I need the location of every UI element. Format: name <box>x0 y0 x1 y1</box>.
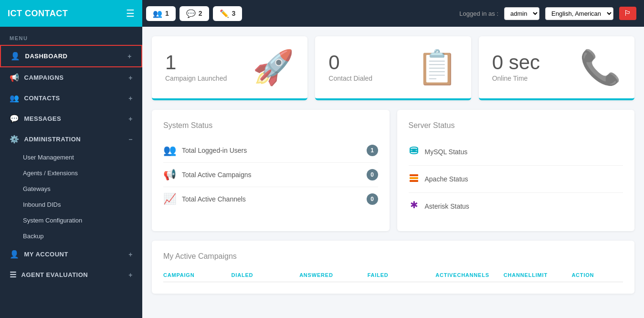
header-right: Logged in as : admin English, American 🏳 <box>459 7 636 20</box>
top-header: ICT CONTACT ☰ 👥 1 💬 2 ✏️ 3 Logged in as … <box>0 0 644 27</box>
brand-title: ICT CONTACT <box>8 9 68 19</box>
stat-text-online: 0 sec Online Time <box>492 53 540 82</box>
channels-status-icon: 📈 <box>163 193 176 205</box>
tab-button-2[interactable]: 💬 2 <box>179 6 209 21</box>
flag-icon: 🏳 <box>624 9 632 18</box>
sidebar-item-label-my-account: MY ACCOUNT <box>24 251 68 258</box>
brand-area: ICT CONTACT ☰ <box>0 0 142 27</box>
sidebar-sub-backup[interactable]: Backup <box>0 228 142 244</box>
messages-sidebar-icon: 💬 <box>10 114 20 123</box>
user-select[interactable]: admin <box>504 7 539 20</box>
th-failed: FAILED <box>368 272 432 278</box>
apache-icon <box>409 172 419 186</box>
table-header-row: CAMPAIGN DIALED ANSWERED FAILED ACTIVECH… <box>163 268 623 282</box>
contacts-plus-icon: + <box>128 95 133 102</box>
user-management-label: User Management <box>23 154 74 161</box>
campaigns-section-title: My Active Campaigns <box>163 252 623 261</box>
sidebar-item-messages[interactable]: 💬 MESSAGES + <box>0 108 142 129</box>
system-status-title: System Status <box>163 121 378 130</box>
stat-card-online-time: 0 sec Online Time 📞 <box>479 36 634 100</box>
contact-dialed-number: 0 <box>328 53 372 73</box>
rocket-icon: 🚀 <box>253 48 294 87</box>
main-layout: MENU 👤 DASHBOARD + 📢 CAMPAIGNS + 👥 CONTA… <box>0 27 644 318</box>
server-status-panel: Server Status MySQL Status <box>397 110 635 231</box>
th-activechannels: ACTIVECHANNELS <box>435 272 500 278</box>
dashboard-icon: 👤 <box>11 52 21 61</box>
stat-card-contact-dialed: 0 Contact Dialed 📋 <box>315 36 471 100</box>
sidebar-item-contacts[interactable]: 👥 CONTACTS + <box>0 88 142 108</box>
list-icon: 📋 <box>416 48 458 87</box>
sidebar-item-administration[interactable]: ⚙️ ADMINISTRATION − <box>0 129 142 149</box>
administration-icon: ⚙️ <box>10 135 20 144</box>
stat-text-contact: 0 Contact Dialed <box>328 53 372 82</box>
th-answered: ANSWERED <box>299 272 364 278</box>
my-account-plus-icon: + <box>128 251 133 258</box>
chat-tab-icon: 💬 <box>186 9 196 18</box>
content-area: 1 Campaign Launched 🚀 0 Contact Dialed 📋… <box>142 27 644 318</box>
sidebar-sub-inbound-dids[interactable]: Inbound DIDs <box>0 197 142 212</box>
svg-rect-5 <box>410 174 418 176</box>
logged-in-label: Logged in as : <box>459 10 498 17</box>
status-row-active-channels: 📈 Total Active Channels 0 <box>163 187 378 211</box>
server-status-title: Server Status <box>409 121 623 130</box>
sidebar-item-label-administration: ADMINISTRATION <box>24 136 81 143</box>
inbound-dids-label: Inbound DIDs <box>23 201 61 208</box>
agent-evaluation-plus-icon: + <box>128 271 133 279</box>
stat-text-campaign: 1 Campaign Launched <box>165 53 227 82</box>
menu-label: MENU <box>0 27 142 45</box>
sidebar-item-label-agent-evaluation: AGENT EVALUATION <box>21 271 88 278</box>
th-dialed: DIALED <box>232 272 296 278</box>
edit-tab-icon: ✏️ <box>220 9 229 18</box>
asterisk-status-label: Asterisk Status <box>425 202 469 210</box>
my-account-icon: 👤 <box>10 250 20 259</box>
sidebar-item-agent-evaluation[interactable]: ☰ AGENT EVALUATION + <box>0 265 142 285</box>
campaigns-plus-icon: + <box>128 74 133 82</box>
sidebar-item-label-messages: MESSAGES <box>24 115 62 122</box>
server-row-asterisk: ✱ Asterisk Status <box>409 193 623 220</box>
th-channellimit: CHANNELLIMIT <box>504 272 568 278</box>
language-select[interactable]: English, American <box>545 7 613 20</box>
sidebar-sub-user-management[interactable]: User Management <box>0 149 142 165</box>
agents-extensions-label: Agents / Extensions <box>23 170 78 177</box>
campaigns-status-icon: 📢 <box>163 169 176 181</box>
sidebar-sub-system-configuration[interactable]: System Configuration <box>0 212 142 228</box>
sidebar-item-campaigns[interactable]: 📢 CAMPAIGNS + <box>0 67 142 88</box>
mysql-status-label: MySQL Status <box>425 148 468 156</box>
system-status-panel: System Status 👥 Total Logged-in Users 1 … <box>152 110 390 231</box>
users-status-icon: 👥 <box>163 144 176 157</box>
campaigns-sidebar-icon: 📢 <box>10 73 20 82</box>
sidebar-sub-gateways[interactable]: Gateways <box>0 181 142 197</box>
sidebar: MENU 👤 DASHBOARD + 📢 CAMPAIGNS + 👥 CONTA… <box>0 27 142 318</box>
agent-evaluation-icon: ☰ <box>10 270 17 279</box>
contact-dialed-label: Contact Dialed <box>328 74 372 82</box>
tab-button-1[interactable]: 👥 1 <box>146 6 176 21</box>
asterisk-icon: ✱ <box>409 200 419 213</box>
campaign-launched-number: 1 <box>165 53 227 73</box>
sidebar-item-dashboard[interactable]: 👤 DASHBOARD + <box>0 45 142 67</box>
sidebar-item-label-campaigns: CAMPAIGNS <box>24 74 64 81</box>
campaign-launched-label: Campaign Launched <box>165 74 227 82</box>
online-time-number: 0 sec <box>492 53 540 73</box>
backup-label: Backup <box>23 233 43 240</box>
flag-button[interactable]: 🏳 <box>619 7 636 20</box>
th-action: ACTION <box>571 272 623 278</box>
sidebar-item-my-account[interactable]: 👤 MY ACCOUNT + <box>0 244 142 265</box>
sidebar-sub-agents-extensions[interactable]: Agents / Extensions <box>0 165 142 181</box>
gateways-label: Gateways <box>23 185 51 192</box>
system-configuration-label: System Configuration <box>23 217 82 224</box>
server-row-apache: Apache Status <box>409 166 623 193</box>
sidebar-item-label-dashboard: DASHBOARD <box>25 53 68 60</box>
sidebar-item-label-contacts: CONTACTS <box>24 95 60 102</box>
hamburger-icon[interactable]: ☰ <box>126 8 135 19</box>
stat-card-campaign-launched: 1 Campaign Launched 🚀 <box>152 36 307 100</box>
tab-button-3[interactable]: ✏️ 3 <box>213 6 243 21</box>
svg-rect-6 <box>410 177 418 179</box>
dashboard-plus-icon: + <box>127 53 132 60</box>
tab-number-3: 3 <box>232 10 236 17</box>
svg-rect-7 <box>410 180 418 182</box>
tab-number-1: 1 <box>165 10 169 17</box>
mysql-icon <box>409 145 419 159</box>
svg-text:✱: ✱ <box>410 200 418 210</box>
logged-in-users-label: Total Logged-in Users <box>182 147 361 154</box>
active-channels-label: Total Active Channels <box>182 195 361 203</box>
